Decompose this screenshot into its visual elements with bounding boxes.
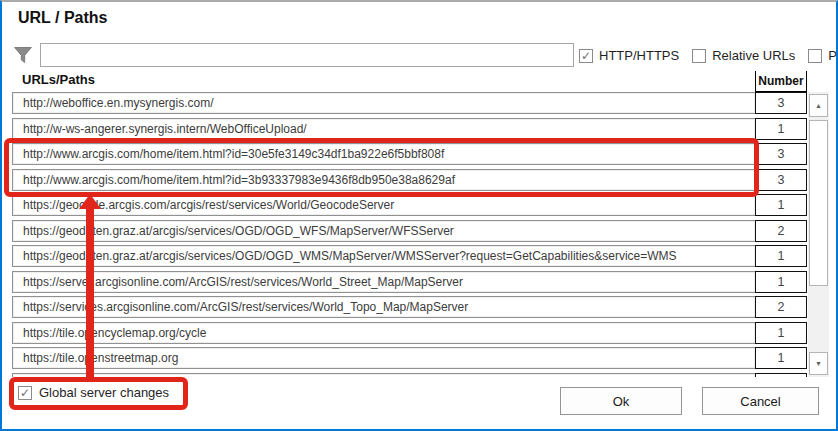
http-https-checkbox[interactable]: ✓ (579, 49, 593, 63)
column-header-number: Number (755, 71, 807, 92)
row-count-cell: 1 (755, 271, 807, 293)
row-count-cell: 3 (755, 92, 807, 114)
row-count-cell: 1 (755, 322, 807, 344)
row-url-text: https://server.arcgisonline.com/ArcGIS/r… (23, 275, 463, 289)
table-row[interactable]: https://services.arcgisonline.com/ArcGIS… (12, 296, 807, 318)
table-row[interactable]: https://tile.opencyclemap.org/cycle 1 (12, 322, 807, 344)
filter-options: ✓ HTTP/HTTPS ✓ Relative URLs ✓ Paths (579, 48, 838, 63)
vertical-scrollbar[interactable]: ▲ ▼ (808, 92, 829, 377)
check-icon: ✓ (581, 50, 591, 62)
row-url-cell[interactable]: https://geodaten.graz.at/arcgis/services… (12, 220, 756, 242)
row-url-cell[interactable]: http://www.arcgis.com/home/item.html?id=… (12, 169, 756, 191)
dialog-title: URL / Paths (18, 9, 108, 27)
row-url-text: https://geodaten.graz.at/arcgis/services… (23, 249, 677, 263)
relative-urls-checkbox[interactable]: ✓ (692, 49, 706, 63)
row-count-cell: 1 (755, 118, 807, 140)
table-row[interactable]: https://geodaten.graz.at/arcgis/services… (12, 220, 807, 242)
scrollbar-thumb[interactable] (809, 120, 828, 286)
check-icon: ✓ (20, 387, 30, 399)
table-row[interactable]: http://weboffice.en.mysynergis.com/ 3 (12, 92, 807, 114)
row-url-text: http://www.arcgis.com/home/item.html?id=… (23, 173, 455, 187)
row-url-cell[interactable] (12, 373, 756, 378)
table-row[interactable]: http://w-ws-angerer.synergis.intern/WebO… (12, 118, 807, 140)
column-header-urls: URLs/Paths (22, 72, 95, 87)
row-count-cell: 1 (755, 245, 807, 267)
row-url-text: http://www.arcgis.com/home/item.html?id=… (23, 147, 444, 161)
url-table: http://weboffice.en.mysynergis.com/ 3 ht… (12, 92, 807, 377)
ok-button[interactable]: Ok (560, 387, 682, 415)
table-row[interactable]: https://tile.openstreetmap.org 1 (12, 347, 807, 369)
row-url-text: https://tile.openstreetmap.org (23, 351, 178, 365)
row-count-cell (755, 373, 807, 378)
row-url-cell[interactable]: https://tile.openstreetmap.org (12, 347, 756, 369)
row-count-cell: 2 (755, 220, 807, 242)
row-count-cell: 1 (755, 347, 807, 369)
row-url-text: http://w-ws-angerer.synergis.intern/WebO… (23, 122, 307, 136)
row-url-cell[interactable]: http://w-ws-angerer.synergis.intern/WebO… (12, 118, 756, 140)
relative-urls-label: Relative URLs (712, 48, 795, 63)
paths-checkbox[interactable]: ✓ (808, 49, 822, 63)
cancel-button[interactable]: Cancel (702, 387, 819, 415)
row-count-cell: 3 (755, 143, 807, 165)
row-count-cell: 2 (755, 296, 807, 318)
table-row[interactable] (12, 373, 807, 378)
filter-icon (13, 45, 33, 65)
checkbox-http-https[interactable]: ✓ HTTP/HTTPS (579, 48, 679, 63)
row-url-text: https://geodaten.graz.at/arcgis/services… (23, 224, 454, 238)
table-row[interactable]: https://geocode.arcgis.com/arcgis/rest/s… (12, 194, 807, 216)
paths-label: Paths (828, 48, 838, 63)
table-row[interactable]: https://geodaten.graz.at/arcgis/services… (12, 245, 807, 267)
table-row[interactable]: http://www.arcgis.com/home/item.html?id=… (12, 169, 807, 191)
table-row[interactable]: http://www.arcgis.com/home/item.html?id=… (12, 143, 807, 165)
global-server-changes[interactable]: ✓ Global server changes (18, 385, 169, 400)
global-server-changes-label: Global server changes (39, 385, 169, 400)
row-url-text: https://tile.opencyclemap.org/cycle (23, 326, 206, 340)
url-paths-dialog: URL / Paths ✓ HTTP/HTTPS ✓ Relative URLs… (0, 0, 838, 431)
row-url-cell[interactable]: https://services.arcgisonline.com/ArcGIS… (12, 296, 756, 318)
row-url-text: https://services.arcgisonline.com/ArcGIS… (23, 300, 468, 314)
row-url-cell[interactable]: https://server.arcgisonline.com/ArcGIS/r… (12, 271, 756, 293)
checkbox-relative-urls[interactable]: ✓ Relative URLs (692, 48, 795, 63)
row-count-cell: 3 (755, 169, 807, 191)
row-url-cell[interactable]: https://geodaten.graz.at/arcgis/services… (12, 245, 756, 267)
checkbox-paths[interactable]: ✓ Paths (808, 48, 838, 63)
row-url-cell[interactable]: https://geocode.arcgis.com/arcgis/rest/s… (12, 194, 756, 216)
row-url-cell[interactable]: http://weboffice.en.mysynergis.com/ (12, 92, 756, 114)
row-url-text: https://geocode.arcgis.com/arcgis/rest/s… (23, 198, 394, 212)
row-url-cell[interactable]: http://www.arcgis.com/home/item.html?id=… (12, 143, 756, 165)
row-url-text: http://weboffice.en.mysynergis.com/ (23, 96, 214, 110)
row-count-cell: 1 (755, 194, 807, 216)
filter-input[interactable] (40, 43, 574, 67)
global-server-changes-checkbox[interactable]: ✓ (18, 386, 32, 400)
table-row[interactable]: https://server.arcgisonline.com/ArcGIS/r… (12, 271, 807, 293)
scroll-up-icon[interactable]: ▲ (809, 94, 828, 117)
http-https-label: HTTP/HTTPS (599, 48, 679, 63)
row-url-cell[interactable]: https://tile.opencyclemap.org/cycle (12, 322, 756, 344)
scroll-down-icon[interactable]: ▼ (809, 352, 828, 375)
